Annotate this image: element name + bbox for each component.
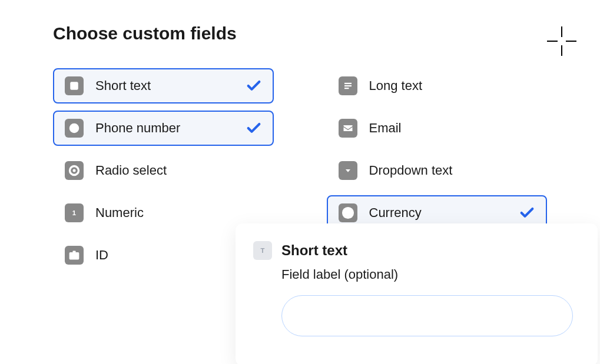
field-option-short-text[interactable]: T Short text [53,68,274,103]
svg-rect-11 [73,251,76,253]
check-icon [519,205,535,221]
page-title: Choose custom fields [53,24,547,44]
field-option-dropdown-text[interactable]: Dropdown text [327,153,548,188]
email-icon [339,119,357,138]
svg-rect-14 [344,88,349,89]
svg-rect-9 [70,253,79,259]
field-label-input[interactable] [281,295,573,336]
field-label: Email [369,121,536,136]
svg-text:T: T [72,82,77,89]
popover-subtitle: Field label (optional) [281,267,574,282]
field-label: Long text [369,78,536,93]
svg-text:$: $ [346,209,350,218]
svg-point-4 [73,169,76,172]
field-option-email[interactable]: Email [327,111,548,146]
check-icon [246,78,262,94]
svg-text:T: T [261,247,265,254]
field-option-long-text[interactable]: Long text [327,68,548,103]
svg-rect-12 [344,83,352,84]
field-label: Radio select [95,163,262,178]
field-option-radio-select[interactable]: Radio select [53,153,274,188]
svg-rect-13 [344,85,352,86]
field-label: Numeric [95,205,262,221]
field-label: Short text [95,78,246,93]
dropdown-icon [339,161,357,180]
radio-icon [65,161,84,180]
crosshair-decoration [547,26,576,56]
field-label: Dropdown text [369,163,536,178]
svg-text:1: 1 [72,209,76,216]
field-label: Phone number [95,121,246,136]
field-label: Currency [369,205,519,221]
svg-point-10 [72,254,74,256]
field-option-phone-number[interactable]: Phone number [53,111,274,146]
text-icon: T [65,76,84,95]
text-icon: T [253,241,272,260]
numeric-icon: 1 [65,203,84,222]
long-text-icon [339,76,357,95]
id-icon [65,246,84,265]
currency-icon: $ [339,203,357,222]
field-config-popover: T Short text Field label (optional) [236,223,598,364]
popover-title: Short text [281,242,347,259]
check-icon [246,120,262,136]
popover-header: T Short text [253,241,574,260]
phone-icon [65,119,84,138]
